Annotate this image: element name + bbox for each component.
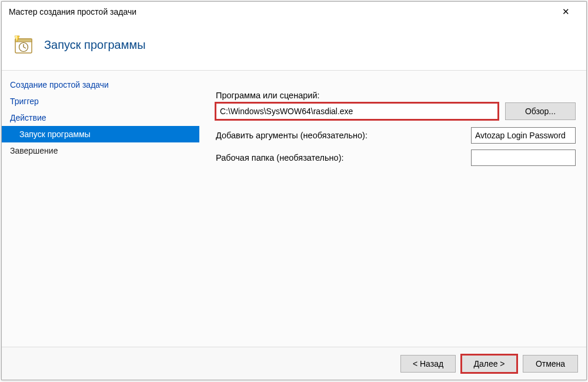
titlebar: Мастер создания простой задачи ✕ [2,2,586,22]
workdir-input[interactable] [471,150,576,166]
sidebar-item-action[interactable]: Действие [2,109,199,126]
sidebar-item-create-task[interactable]: Создание простой задачи [2,77,199,93]
wizard-footer: < Назад Далее > Отмена [2,347,586,380]
wizard-sidebar: Создание простой задачи Триггер Действие… [2,71,199,347]
task-clock-icon [14,35,34,55]
sidebar-item-start-program[interactable]: Запуск программы [2,126,199,142]
program-label: Программа или сценарий: [216,91,576,100]
page-title: Запуск программы [44,38,146,52]
wizard-content: Программа или сценарий: Обзор... Добавит… [199,71,586,347]
workdir-row: Рабочая папка (необязательно): [216,150,576,166]
arguments-row: Добавить аргументы (необязательно): [216,127,576,144]
browse-button[interactable]: Обзор... [505,102,576,120]
close-button[interactable]: ✕ [552,3,579,21]
window-title: Мастер создания простой задачи [9,7,136,16]
wizard-window: Мастер создания простой задачи ✕ Запуск … [1,1,587,380]
program-input[interactable] [216,103,498,119]
arguments-input[interactable] [471,127,576,144]
sidebar-item-trigger[interactable]: Триггер [2,93,199,109]
cancel-button[interactable]: Отмена [523,355,578,373]
program-row: Обзор... [216,102,576,120]
back-button[interactable]: < Назад [400,355,456,373]
sidebar-item-finish[interactable]: Завершение [2,142,199,159]
workdir-label: Рабочая папка (необязательно): [216,153,344,162]
wizard-body: Создание простой задачи Триггер Действие… [2,71,586,347]
close-icon: ✕ [562,6,570,17]
wizard-header: Запуск программы [2,22,586,71]
next-button[interactable]: Далее > [462,355,517,373]
arguments-label: Добавить аргументы (необязательно): [216,131,368,140]
